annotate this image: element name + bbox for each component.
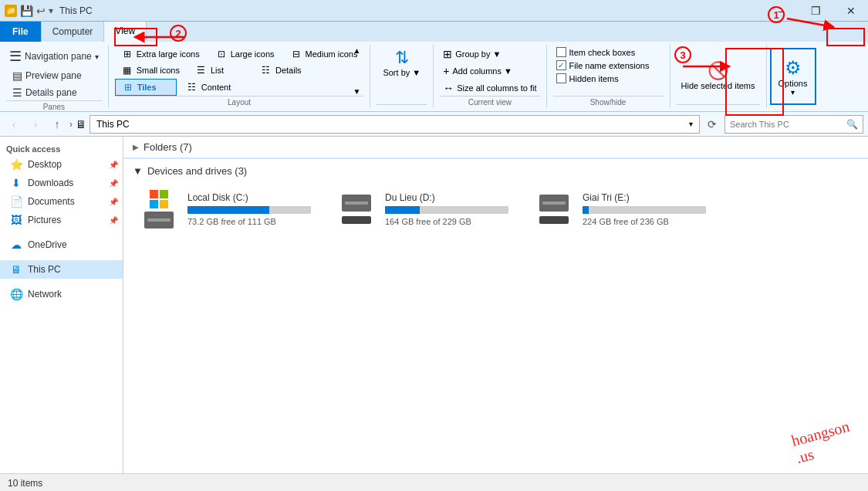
forward-button[interactable]: › — [26, 115, 45, 134]
devices-chevron: ▼ — [133, 165, 143, 177]
drive-e[interactable]: Giai Tri (E:) 224 GB free of 236 GB — [528, 186, 713, 232]
search-box: 🔍 — [724, 115, 863, 134]
drive-d-name: Du Lieu (D:) — [385, 192, 508, 203]
address-path[interactable]: This PC ▾ — [90, 115, 700, 134]
file-name-ext-checkbox[interactable]: ✓ — [556, 60, 566, 70]
options-button[interactable]: ⚙ Options ▾ — [770, 48, 816, 105]
quick-access-icon: ⭐ — [9, 157, 23, 171]
ribbon-group-hide-selected: 🚫 Hide selected items — [670, 45, 767, 108]
hide-selected-button[interactable]: 🚫 Hide selected items — [677, 59, 760, 92]
drive-c-name: Local Disk (C:) — [187, 192, 311, 203]
sidebar-item-onedrive[interactable]: ☁ OneDrive — [0, 235, 123, 254]
sidebar-item-network[interactable]: 🌐 Network — [0, 285, 123, 303]
file-name-extensions-toggle[interactable]: ✓ File name extensions — [553, 59, 653, 71]
search-input[interactable] — [730, 120, 843, 129]
layout-scroll-down[interactable]: ▼ — [353, 87, 360, 96]
drive-e-name: Giai Tri (E:) — [583, 192, 706, 203]
layout-group-label: Layout — [115, 96, 364, 107]
ribbon: File Computer View ☰ Navigation pane ▾ ▤… — [0, 22, 868, 112]
list-button[interactable]: ☰ List — [189, 63, 251, 78]
group-by-button[interactable]: ⊞ Group by ▼ — [440, 46, 525, 62]
navigation-pane-button[interactable]: ☰ Navigation pane ▾ — [6, 46, 102, 66]
search-icon: 🔍 — [846, 119, 858, 130]
drive-c[interactable]: Local Disk (C:) 73.2 GB free of 111 GB — [133, 186, 318, 232]
hidden-items-checkbox[interactable] — [556, 73, 566, 83]
quick-access-label: Quick access — [0, 140, 123, 155]
panes-group-label: Panes — [6, 100, 102, 111]
drive-c-bar-container — [187, 206, 311, 214]
show-hide-group-label: Show/hide — [553, 96, 664, 107]
options-icon: ⚙ — [785, 57, 802, 79]
sidebar-item-desktop[interactable]: ⭐ Desktop 📌 — [0, 155, 123, 174]
main-area: Quick access ⭐ Desktop 📌 ⬇ Downloads 📌 📄… — [0, 137, 868, 473]
hide-selected-label — [677, 104, 760, 107]
this-pc-icon: 🖥 — [9, 262, 23, 276]
drive-c-bar — [187, 206, 269, 214]
details-pane-button[interactable]: ☰ Details pane — [6, 85, 80, 100]
tab-file[interactable]: File — [0, 22, 42, 42]
qat-dropdown[interactable]: ▾ — [49, 5, 53, 16]
item-count: 10 items — [8, 478, 42, 489]
preview-pane-button[interactable]: ▤ Preview pane — [6, 68, 85, 83]
downloads-icon: ⬇ — [9, 176, 23, 190]
drive-d-bar — [385, 206, 420, 214]
hidden-items-toggle[interactable]: Hidden items — [553, 73, 622, 84]
ribbon-content: ☰ Navigation pane ▾ ▤ Preview pane ☰ Det… — [0, 42, 868, 111]
refresh-button[interactable]: ⟳ — [703, 115, 721, 134]
layout-scroll-up[interactable]: ▲ — [353, 46, 360, 55]
small-icons-button[interactable]: ▦ Small icons — [115, 63, 186, 78]
qat-undo[interactable]: ↩ — [36, 5, 46, 17]
app-icon: 📁 — [5, 5, 17, 17]
back-button[interactable]: ‹ — [5, 115, 23, 134]
options-dropdown-arrow[interactable]: ▾ — [791, 88, 795, 97]
minimize-button[interactable]: – — [764, 0, 799, 22]
tab-computer[interactable]: Computer — [42, 22, 105, 42]
drive-d-icon — [337, 191, 376, 226]
devices-section: ▼ Devices and drives (3) — [123, 159, 868, 241]
window-controls: – ❐ ✕ — [764, 0, 868, 22]
sidebar-item-documents[interactable]: 📄 Documents 📌 — [0, 192, 123, 211]
drive-c-icon — [140, 191, 178, 226]
pc-icon: 🖥 — [76, 118, 86, 130]
drive-d-bar-container — [385, 206, 508, 214]
close-button[interactable]: ✕ — [833, 0, 868, 22]
folders-chevron: ▶ — [133, 143, 139, 151]
drive-e-bar — [583, 206, 589, 214]
add-columns-button[interactable]: + Add columns ▼ — [440, 63, 525, 79]
documents-icon: 📄 — [9, 195, 23, 208]
details-button[interactable]: ☷ Details — [254, 63, 316, 78]
ribbon-tabs: File Computer View — [0, 22, 868, 42]
drive-e-icon — [535, 191, 573, 226]
ribbon-group-panes: ☰ Navigation pane ▾ ▤ Preview pane ☰ Det… — [0, 45, 109, 108]
devices-section-header[interactable]: ▼ Devices and drives (3) — [133, 162, 859, 180]
sidebar-item-this-pc[interactable]: 🖥 This PC — [0, 260, 123, 279]
sort-by-button[interactable]: ⇅ Sort by ▼ — [377, 46, 427, 79]
drive-d[interactable]: Du Lieu (D:) 164 GB free of 229 GB — [330, 186, 515, 232]
drive-c-info: Local Disk (C:) 73.2 GB free of 111 GB — [187, 192, 311, 226]
onedrive-icon: ☁ — [9, 238, 23, 252]
drive-e-bar-container — [583, 206, 706, 214]
ribbon-group-sort: ⇅ Sort by ▼ — [370, 45, 434, 108]
content-button[interactable]: ☷ Content — [180, 79, 241, 96]
sidebar-item-pictures[interactable]: 🖼 Pictures 📌 — [0, 211, 123, 229]
tab-view[interactable]: View — [104, 22, 147, 42]
tiles-button[interactable]: ⊞ Tiles — [115, 79, 177, 96]
ribbon-group-show-hide: Item check boxes ✓ File name extensions … — [547, 45, 670, 108]
ribbon-group-current-view: ⊞ Group by ▼ + Add columns ▼ ↔ Size all … — [434, 45, 546, 108]
item-check-boxes-toggle[interactable]: Item check boxes — [553, 46, 639, 58]
size-all-columns-button[interactable]: ↔ Size all columns to fit — [440, 80, 539, 96]
address-dropdown[interactable]: ▾ — [689, 120, 693, 128]
folders-section-header[interactable]: ▶ Folders (7) — [123, 137, 868, 159]
large-icons-button[interactable]: ⊡ Large icons — [209, 46, 281, 62]
drive-e-size: 224 GB free of 236 GB — [583, 217, 706, 226]
title-bar: 📁 💾 ↩ ▾ This PC – ❐ ✕ — [0, 0, 868, 22]
pin-icon: 📌 — [109, 161, 118, 169]
qat-save[interactable]: 💾 — [20, 5, 33, 17]
drive-d-info: Du Lieu (D:) 164 GB free of 229 GB — [385, 192, 508, 226]
extra-large-icons-button[interactable]: ⊞ Extra large icons — [115, 46, 206, 62]
sidebar-item-downloads[interactable]: ⬇ Downloads 📌 — [0, 174, 123, 192]
item-check-box-checkbox[interactable] — [556, 47, 566, 57]
up-button[interactable]: ↑ — [48, 115, 66, 134]
pictures-icon: 🖼 — [9, 213, 23, 227]
restore-button[interactable]: ❐ — [799, 0, 833, 22]
